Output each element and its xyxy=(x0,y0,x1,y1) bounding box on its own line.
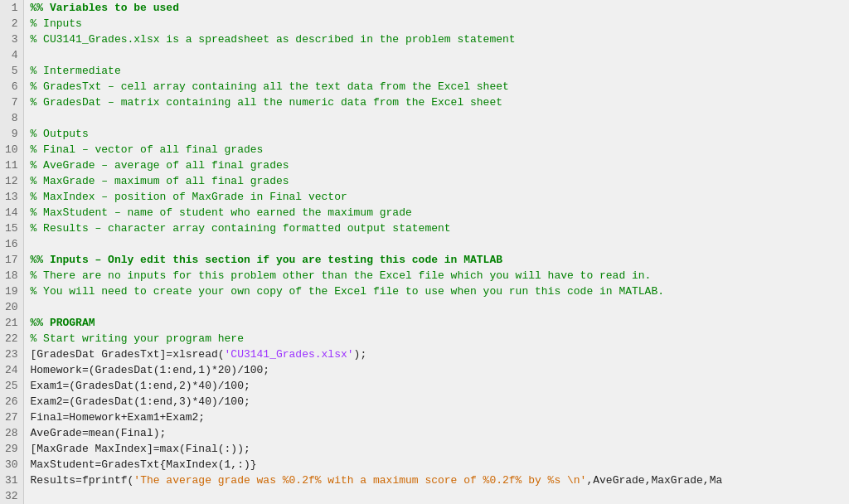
comment-text: % Final – vector of all final grades xyxy=(31,143,264,156)
line-content: % CU3141_Grades.xlsx is a spreadsheet as… xyxy=(23,32,849,47)
comment-text: % You will need to create your own copy … xyxy=(31,285,665,298)
line-content: % AveGrade – average of all final grades xyxy=(23,158,849,173)
line-content: % Results – character array containing f… xyxy=(23,220,849,236)
line-content: MaxStudent=GradesTxt{MaxIndex(1,:)} xyxy=(23,457,849,472)
line-content: % MaxIndex – position of MaxGrade in Fin… xyxy=(23,189,849,205)
line-content: % There are no inputs for this problem o… xyxy=(23,268,849,284)
code-text: Final=Homework+Exam1+Exam2; xyxy=(31,411,206,424)
line-content: % Outputs xyxy=(23,126,849,142)
line-content xyxy=(23,488,849,504)
table-row: 15% Results – character array containing… xyxy=(0,220,849,236)
table-row: 25Exam1=(GradesDat(1:end,2)*40)/100; xyxy=(0,378,849,394)
table-row: 21%% PROGRAM xyxy=(0,315,849,331)
line-number: 23 xyxy=(0,346,23,362)
comment-text: % There are no inputs for this problem o… xyxy=(31,269,652,282)
comment-text: % Results – character array containing f… xyxy=(31,222,451,235)
table-row: 22% Start writing your program here xyxy=(0,331,849,346)
line-number: 15 xyxy=(0,220,23,236)
line-number: 9 xyxy=(0,126,23,142)
table-row: 10% Final – vector of all final grades xyxy=(0,142,849,158)
section-comment-text: %% Inputs – Only edit this section if yo… xyxy=(31,254,503,266)
table-row: 16 xyxy=(0,236,849,252)
line-number: 29 xyxy=(0,441,23,457)
fprintf-string-literal: 'The average grade was %0.2f% with a max… xyxy=(133,474,586,487)
table-row: 19% You will need to create your own cop… xyxy=(0,284,849,299)
code-text: [MaxGrade MaxIndex]=max(Final(:)); xyxy=(31,443,250,455)
line-number: 2 xyxy=(0,16,23,32)
code-text: Exam1=(GradesDat(1:end,2)*40)/100; xyxy=(31,380,250,392)
line-number: 1 xyxy=(0,0,23,16)
table-row: 4 xyxy=(0,47,849,63)
comment-text: % MaxStudent – name of student who earne… xyxy=(31,206,412,219)
line-number: 5 xyxy=(0,63,23,79)
comment-text: % AveGrade – average of all final grades xyxy=(31,159,289,172)
table-row: 11% AveGrade – average of all final grad… xyxy=(0,158,849,173)
table-row: 12% MaxGrade – maximum of all final grad… xyxy=(0,173,849,189)
line-content: % Final – vector of all final grades xyxy=(23,142,849,158)
code-text: Exam2=(GradesDat(1:end,3)*40)/100; xyxy=(31,395,250,408)
table-row: 27Final=Homework+Exam1+Exam2; xyxy=(0,410,849,425)
line-number: 18 xyxy=(0,268,23,284)
comment-text: % GradesDat – matrix containing all the … xyxy=(31,96,503,109)
code-before: [GradesDat GradesTxt]=xlsread( xyxy=(31,348,225,361)
editor-container: 1%% Variables to be used2% Inputs3% CU31… xyxy=(0,0,849,504)
line-content: Results=fprintf('The average grade was %… xyxy=(23,472,849,488)
line-number: 4 xyxy=(0,47,23,63)
line-content: Exam1=(GradesDat(1:end,2)*40)/100; xyxy=(23,378,849,394)
table-row: 13% MaxIndex – position of MaxGrade in F… xyxy=(0,189,849,205)
code-before: Results=fprintf( xyxy=(31,474,134,487)
line-content: [MaxGrade MaxIndex]=max(Final(:)); xyxy=(23,441,849,457)
table-row: 18% There are no inputs for this problem… xyxy=(0,268,849,284)
line-number: 6 xyxy=(0,79,23,94)
comment-text: % MaxIndex – position of MaxGrade in Fin… xyxy=(31,191,347,203)
code-text: Homework=(GradesDat(1:end,1)*20)/100; xyxy=(31,364,270,376)
line-content: %% PROGRAM xyxy=(23,315,849,331)
code-after: ,AveGrade,MaxGrade,Ma xyxy=(586,474,722,487)
line-number: 19 xyxy=(0,284,23,299)
line-content: %% Inputs – Only edit this section if yo… xyxy=(23,252,849,268)
line-content: AveGrade=mean(Final); xyxy=(23,425,849,441)
line-number: 26 xyxy=(0,394,23,410)
line-content: %% Variables to be used xyxy=(23,0,849,16)
table-row: 30MaxStudent=GradesTxt{MaxIndex(1,:)} xyxy=(0,457,849,472)
line-content: % Start writing your program here xyxy=(23,331,849,346)
line-content: [GradesDat GradesTxt]=xlsread('CU3141_Gr… xyxy=(23,346,849,362)
line-number: 10 xyxy=(0,142,23,158)
comment-text: % Intermediate xyxy=(31,65,121,77)
table-row: 9% Outputs xyxy=(0,126,849,142)
table-row: 14% MaxStudent – name of student who ear… xyxy=(0,205,849,220)
line-number: 11 xyxy=(0,158,23,173)
table-row: 29[MaxGrade MaxIndex]=max(Final(:)); xyxy=(0,441,849,457)
line-content: % MaxGrade – maximum of all final grades xyxy=(23,173,849,189)
table-row: 1%% Variables to be used xyxy=(0,0,849,16)
table-row: 7% GradesDat – matrix containing all the… xyxy=(0,94,849,110)
line-number: 3 xyxy=(0,32,23,47)
line-number: 13 xyxy=(0,189,23,205)
code-area[interactable]: 1%% Variables to be used2% Inputs3% CU31… xyxy=(0,0,849,504)
line-number: 25 xyxy=(0,378,23,394)
line-content: % Inputs xyxy=(23,16,849,32)
line-number: 7 xyxy=(0,94,23,110)
line-number: 20 xyxy=(0,299,23,315)
line-content: Homework=(GradesDat(1:end,1)*20)/100; xyxy=(23,362,849,378)
line-number: 27 xyxy=(0,410,23,425)
line-content: Final=Homework+Exam1+Exam2; xyxy=(23,410,849,425)
section-comment-text: %% PROGRAM xyxy=(31,317,95,329)
code-after: ); xyxy=(354,348,367,361)
table-row: 26Exam2=(GradesDat(1:end,3)*40)/100; xyxy=(0,394,849,410)
table-row: 3% CU3141_Grades.xlsx is a spreadsheet a… xyxy=(0,32,849,47)
table-row: 32 xyxy=(0,488,849,504)
table-row: 23[GradesDat GradesTxt]=xlsread('CU3141_… xyxy=(0,346,849,362)
code-text: MaxStudent=GradesTxt{MaxIndex(1,:)} xyxy=(31,458,257,471)
line-number: 12 xyxy=(0,173,23,189)
line-number: 22 xyxy=(0,331,23,346)
table-row: 20 xyxy=(0,299,849,315)
line-content xyxy=(23,47,849,63)
comment-text: % Inputs xyxy=(31,17,82,30)
line-number: 31 xyxy=(0,472,23,488)
table-row: 31Results=fprintf('The average grade was… xyxy=(0,472,849,488)
line-number: 8 xyxy=(0,110,23,126)
line-content: % Intermediate xyxy=(23,63,849,79)
table-row: 2% Inputs xyxy=(0,16,849,32)
comment-text: % MaxGrade – maximum of all final grades xyxy=(31,175,289,187)
